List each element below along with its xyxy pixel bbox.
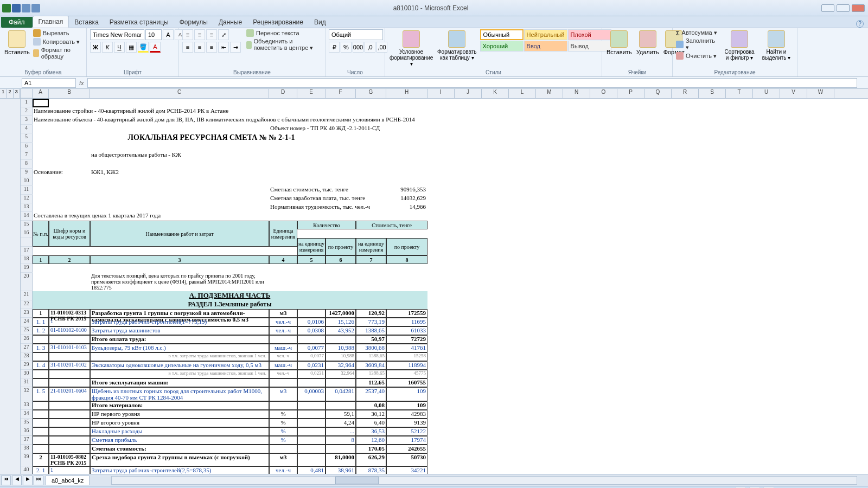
insert-cells-button[interactable]: Вставить <box>605 29 633 56</box>
align-center-button[interactable]: ≡ <box>194 42 205 53</box>
ribbon-tabs: Файл Главная Вставка Разметка страницы Ф… <box>0 16 868 28</box>
clear-button[interactable]: Очистить ▾ <box>676 52 720 60</box>
find-select-button[interactable]: Найти и выделить ▾ <box>759 29 794 62</box>
tab-nav-prev[interactable]: ◀ <box>12 476 22 485</box>
style-neutral[interactable]: Нейтральный <box>524 29 567 40</box>
group-styles-label: Стили <box>388 68 598 75</box>
fill-color-button[interactable]: 🪣 <box>138 42 149 53</box>
excel-icon <box>2 4 11 12</box>
underline-button[interactable]: Ч <box>114 42 125 53</box>
wrap-text-button[interactable]: Перенос текста <box>246 29 322 37</box>
save-icon[interactable] <box>12 4 21 12</box>
col-header[interactable]: E <box>297 89 326 98</box>
align-bottom-button[interactable]: ≡ <box>206 29 217 40</box>
col-header[interactable]: C <box>90 89 269 98</box>
currency-button[interactable]: ₽ <box>329 42 340 53</box>
format-table-button[interactable]: Форматировать как таблицу ▾ <box>436 29 478 62</box>
font-name-combo[interactable] <box>90 29 144 40</box>
tab-view[interactable]: Вид <box>309 17 331 28</box>
merge-center-button[interactable]: Объединить и поместить в центре ▾ <box>246 38 322 52</box>
find-icon <box>768 30 785 48</box>
col-header[interactable]: B <box>49 89 90 98</box>
number-format-combo[interactable] <box>329 29 383 40</box>
formula-bar: fx <box>0 77 868 89</box>
inc-decimal-button[interactable]: ,0 <box>365 42 375 53</box>
indent-dec-button[interactable]: ⇤ <box>218 42 229 53</box>
bold-button[interactable]: Ж <box>90 42 101 53</box>
col-header[interactable]: H <box>386 89 427 98</box>
tab-review[interactable]: Рецензирование <box>247 17 309 28</box>
group-number-label: Число <box>329 68 381 75</box>
paste-icon <box>8 30 25 48</box>
font-size-combo[interactable] <box>145 29 162 40</box>
copy-button[interactable]: Копировать ▾ <box>33 38 83 46</box>
undo-icon[interactable] <box>22 4 30 12</box>
align-top-button[interactable]: ≡ <box>182 29 193 40</box>
font-color-button[interactable]: A <box>150 42 161 53</box>
indent-inc-button[interactable]: ⇥ <box>230 42 241 53</box>
tab-formulas[interactable]: Формулы <box>174 17 213 28</box>
paste-button[interactable]: Вставить <box>3 29 31 56</box>
delete-cells-icon <box>639 30 656 48</box>
tab-data[interactable]: Данные <box>213 17 247 28</box>
align-right-button[interactable]: ≡ <box>206 42 217 53</box>
help-icon[interactable]: ? <box>856 20 864 28</box>
window-controls <box>821 4 868 12</box>
tab-insert[interactable]: Вставка <box>69 17 104 28</box>
cond-format-button[interactable]: Условное форматирование ▾ <box>388 29 434 68</box>
merge-icon <box>246 41 252 49</box>
group-align-label: Выравнивание <box>182 68 322 75</box>
format-painter-button[interactable]: Формат по образцу <box>33 47 83 60</box>
scissors-icon <box>33 29 41 37</box>
name-box[interactable] <box>22 78 76 88</box>
autosum-button[interactable]: ΣАвтосумма ▾ <box>676 29 720 36</box>
horizontal-scrollbar[interactable] <box>111 476 857 485</box>
col-header[interactable]: G <box>356 89 386 98</box>
delete-cells-button[interactable]: Удалить <box>635 29 660 56</box>
style-good[interactable]: Хороший <box>480 41 524 52</box>
align-middle-button[interactable]: ≡ <box>194 29 205 40</box>
selected-cell[interactable] <box>33 99 49 107</box>
table-icon <box>448 30 465 48</box>
group-editing-label: Редактирование <box>676 68 794 75</box>
sort-filter-button[interactable]: Сортировка и фильтр ▾ <box>722 29 757 62</box>
eraser-icon <box>676 52 684 60</box>
redo-icon[interactable] <box>31 4 40 12</box>
tab-nav-last[interactable]: ⏭ <box>34 476 43 485</box>
quick-access-toolbar <box>0 4 40 12</box>
cut-button[interactable]: Вырезать <box>33 29 83 37</box>
col-header[interactable]: A <box>33 89 49 98</box>
cond-format-icon <box>403 30 420 48</box>
fx-icon[interactable]: fx <box>76 80 87 86</box>
border-button[interactable]: ▦ <box>126 42 137 53</box>
scroll-thumb[interactable] <box>335 477 379 484</box>
sheet-tab[interactable]: a0_abc4_kz <box>46 476 90 485</box>
tab-layout[interactable]: Разметка страницы <box>104 17 174 28</box>
formula-input[interactable] <box>87 78 857 88</box>
tab-nav-next[interactable]: ▶ <box>23 476 33 485</box>
comma-button[interactable]: 000 <box>353 42 363 53</box>
worksheet-grid[interactable]: A B C D E F G H IJKLMNOPQRSTUVW 12Наимен… <box>21 89 868 474</box>
sort-icon <box>731 30 748 48</box>
file-tab[interactable]: Файл <box>1 17 33 28</box>
col-header[interactable]: D <box>269 89 297 98</box>
outline-pane[interactable]: 123 <box>0 89 21 474</box>
orientation-button[interactable]: ⤢ <box>218 29 229 40</box>
italic-button[interactable]: К <box>102 42 113 53</box>
tab-nav-first[interactable]: ⏮ <box>1 476 11 485</box>
status-bar: Готово ▦ ▤ ▥ 100% − + <box>0 486 868 488</box>
percent-button[interactable]: % <box>341 42 352 53</box>
brush-icon <box>33 49 39 57</box>
align-left-button[interactable]: ≡ <box>182 42 193 53</box>
tab-home[interactable]: Главная <box>33 16 69 28</box>
style-normal[interactable]: Обычный <box>480 29 524 40</box>
fill-button[interactable]: Заполнить ▾ <box>676 37 720 51</box>
restore-button[interactable] <box>837 4 850 12</box>
group-clipboard-label: Буфер обмена <box>3 68 83 75</box>
minimize-button[interactable] <box>821 4 834 12</box>
window-title: a810010 - Microsoft Excel <box>40 4 821 12</box>
col-header[interactable]: F <box>326 89 356 98</box>
close-button[interactable] <box>852 4 865 12</box>
style-input[interactable]: Ввод <box>524 41 567 52</box>
grow-font-button[interactable]: A <box>163 29 174 40</box>
